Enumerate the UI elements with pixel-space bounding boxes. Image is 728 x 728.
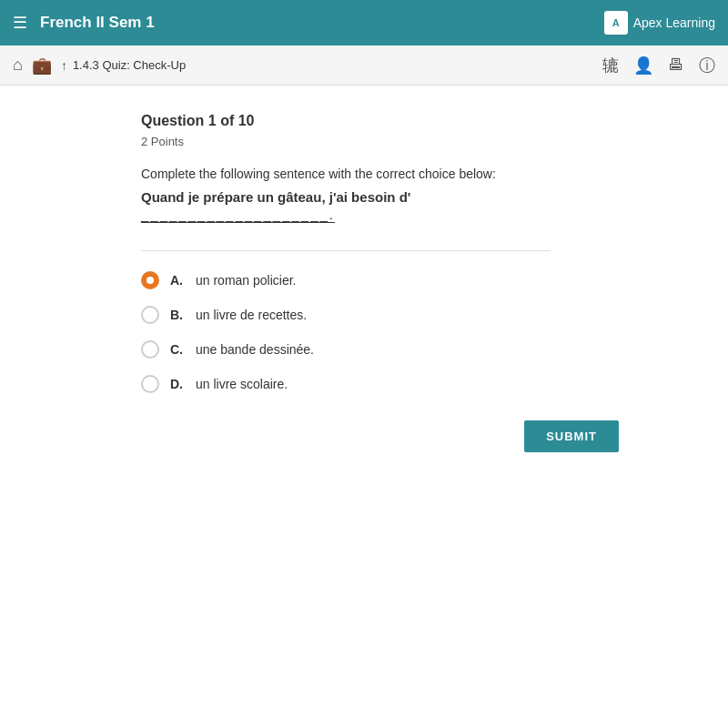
portfolio-icon[interactable]: 💼 (32, 56, 52, 76)
blank-line: ____________________. (141, 207, 655, 239)
secondary-bar: ⌂ 💼 ↑ 1.4.3 Quiz: Check-Up 辘 👤 🖶 ⓘ (0, 46, 728, 86)
option-item-c[interactable]: C.une bande dessinée. (141, 340, 655, 359)
option-text-b: un livre de recettes. (196, 308, 307, 322)
apex-logo-icon: A (604, 11, 628, 35)
option-letter-c: C. (170, 342, 183, 357)
option-text-c: une bande dessinée. (196, 342, 314, 357)
print-icon[interactable]: 🖶 (668, 56, 684, 75)
option-text-d: un livre scolaire. (196, 377, 288, 391)
instruction-text: Complete the following sentence with the… (141, 165, 655, 184)
profile-icon[interactable]: 👤 (633, 56, 653, 76)
main-content: Question 1 of 10 2 Points Complete the f… (0, 86, 728, 480)
top-bar-left: ☰ French II Sem 1 (13, 13, 155, 33)
top-bar: ☰ French II Sem 1 A Apex Learning (0, 0, 728, 46)
apex-logo-text: Apex Learning (633, 15, 715, 30)
secondary-bar-left: ⌂ 💼 ↑ 1.4.3 Quiz: Check-Up (13, 56, 186, 76)
blank-underline: ____________________. (141, 207, 335, 223)
option-item-a[interactable]: A.un roman policier. (141, 271, 655, 289)
option-item-b[interactable]: B.un livre de recettes. (141, 306, 655, 324)
radio-b[interactable] (141, 306, 159, 324)
help-icon[interactable]: ⓘ (699, 55, 715, 76)
apex-logo: A Apex Learning (604, 11, 715, 35)
translate-icon[interactable]: 辘 (602, 55, 619, 76)
radio-d[interactable] (141, 375, 159, 393)
sentence-text: Quand je prépare un gâteau, j'ai besoin … (141, 189, 655, 205)
submit-area: SUBMIT (141, 420, 655, 452)
secondary-bar-right: 辘 👤 🖶 ⓘ (602, 55, 715, 76)
menu-icon[interactable]: ☰ (13, 13, 27, 33)
question-header: Question 1 of 10 (141, 113, 655, 129)
radio-c[interactable] (141, 340, 159, 359)
submit-button[interactable]: SUBMIT (524, 420, 619, 452)
option-letter-d: D. (170, 377, 183, 391)
breadcrumb-text: 1.4.3 Quiz: Check-Up (73, 58, 186, 72)
divider (141, 250, 551, 251)
home-icon[interactable]: ⌂ (13, 56, 23, 75)
radio-a[interactable] (141, 271, 159, 289)
breadcrumb-arrow: ↑ (61, 58, 67, 73)
radio-inner-a (147, 277, 154, 284)
option-item-d[interactable]: D.un livre scolaire. (141, 375, 655, 393)
option-letter-a: A. (170, 273, 183, 288)
breadcrumb: ↑ 1.4.3 Quiz: Check-Up (61, 58, 186, 73)
option-text-a: un roman policier. (196, 273, 297, 288)
course-title: French II Sem 1 (40, 14, 155, 32)
option-letter-b: B. (170, 308, 183, 322)
options-list: A.un roman policier.B.un livre de recett… (141, 271, 655, 393)
apex-logo-initial: A (612, 17, 620, 28)
points-label: 2 Points (141, 135, 655, 148)
